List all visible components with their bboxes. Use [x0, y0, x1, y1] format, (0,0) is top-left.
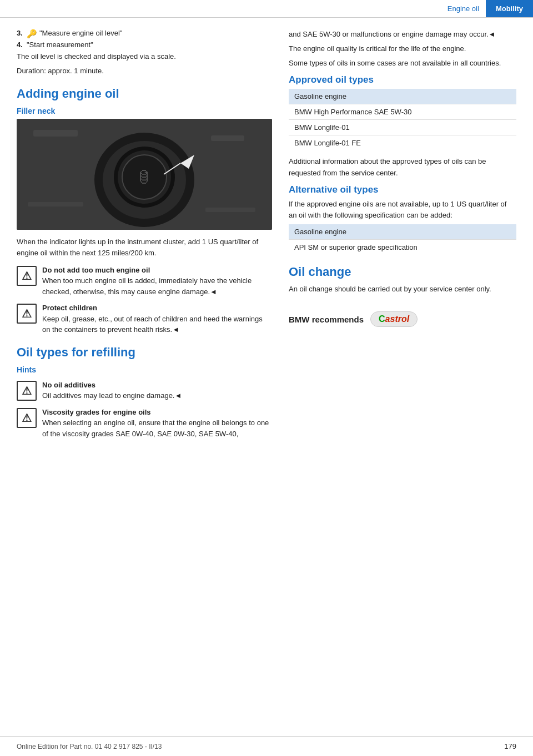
- approved-oil-table: Gasoline engine BMW High Performance SAE…: [289, 89, 516, 150]
- alternative-oil-table: Gasoline engine API SM or superior grade…: [289, 224, 516, 255]
- bmw-recommends-label: BMW recommends: [289, 315, 364, 324]
- step-4: 4. "Start measurement": [17, 41, 272, 49]
- right-column: and SAE 5W-30 or malfunctions or engine …: [289, 29, 516, 445]
- hints-label: Hints: [17, 365, 272, 374]
- header-engine-oil-label: Engine oil: [441, 4, 486, 13]
- measure-icon: 🔑: [27, 29, 37, 39]
- when-indicator-text: When the indicator lights up in the inst…: [17, 236, 272, 259]
- approved-table-header: Gasoline engine: [289, 89, 516, 104]
- svg-text:🛢: 🛢: [136, 169, 152, 186]
- filler-neck-label: Filler neck: [17, 107, 272, 115]
- approved-oil-3: BMW Longlife-01 FE: [289, 135, 516, 151]
- svg-rect-12: [205, 208, 255, 212]
- page-number: 179: [504, 742, 516, 750]
- approved-oil-2: BMW Longlife-01: [289, 120, 516, 135]
- alternative-oil-types-heading: Alternative oil types: [289, 184, 516, 195]
- intro-text-3: Some types of oils in some cases are not…: [289, 58, 516, 69]
- filler-neck-image: 🛢: [17, 119, 272, 230]
- adding-engine-oil-heading: Adding engine oil: [17, 87, 272, 101]
- left-column: 3. 🔑 "Measure engine oil level" 4. "Star…: [17, 29, 272, 445]
- step-3: 3. 🔑 "Measure engine oil level": [17, 29, 272, 39]
- hint-viscosity: ⚠ Viscosity grades for engine oils When …: [17, 407, 272, 440]
- step-note-2: Duration: approx. 1 minute.: [17, 65, 272, 77]
- approved-row-2: BMW Longlife-01: [289, 120, 516, 135]
- svg-rect-10: [211, 135, 244, 141]
- intro-text-2: The engine oil quality is critical for t…: [289, 43, 516, 54]
- approved-table-header-row: Gasoline engine: [289, 89, 516, 104]
- warning-icon-3: ⚠: [17, 381, 37, 401]
- approved-row-1: BMW High Performance SAE 5W-30: [289, 104, 516, 120]
- oil-change-text: An oil change should be carried out by y…: [289, 284, 516, 295]
- footer-text: Online Edition for Part no. 01 40 2 917 …: [17, 743, 162, 750]
- step-note-1: The oil level is checked and displayed v…: [17, 51, 272, 62]
- approved-oil-1: BMW High Performance SAE 5W-30: [289, 104, 516, 120]
- warning-icon-4: ⚠: [17, 408, 37, 428]
- page-header: Engine oil Mobility: [0, 0, 533, 18]
- alternative-oil-1: API SM or superior grade specification: [289, 239, 516, 255]
- approved-additional-text: Additional information about the approve…: [289, 156, 516, 178]
- oil-types-heading: Oil types for refilling: [17, 345, 272, 360]
- alternative-row-1: API SM or superior grade specification: [289, 239, 516, 255]
- warning-text-2: Protect children Keep oil, grease, etc.,…: [42, 303, 272, 335]
- intro-text-1: and SAE 5W-30 or malfunctions or engine …: [289, 29, 516, 40]
- svg-rect-11: [28, 202, 83, 206]
- bmw-recommends-section: BMW recommends Castrol: [289, 311, 516, 327]
- warning-protect-children: ⚠ Protect children Keep oil, grease, etc…: [17, 303, 272, 335]
- alternative-table-header-row: Gasoline engine: [289, 224, 516, 240]
- warning-icon-1: ⚠: [17, 266, 37, 286]
- warning-no-overfill: ⚠ Do not add too much engine oil When to…: [17, 265, 272, 298]
- hint-text-1: No oil additives Oil additives may lead …: [42, 380, 182, 401]
- hint-no-additives: ⚠ No oil additives Oil additives may lea…: [17, 380, 272, 401]
- warning-icon-2: ⚠: [17, 304, 37, 324]
- warning-text-1: Do not add too much engine oil When too …: [42, 265, 272, 298]
- svg-rect-9: [33, 130, 78, 137]
- header-mobility-label: Mobility: [486, 0, 533, 17]
- main-content: 3. 🔑 "Measure engine oil level" 4. "Star…: [0, 18, 533, 456]
- alternative-intro: If the approved engine oils are not avai…: [289, 199, 516, 221]
- approved-row-3: BMW Longlife-01 FE: [289, 135, 516, 151]
- oil-change-heading: Oil change: [289, 265, 516, 279]
- castrol-logo: Castrol: [370, 311, 418, 327]
- approved-oil-types-heading: Approved oil types: [289, 74, 516, 85]
- hint-text-2: Viscosity grades for engine oils When se…: [42, 407, 272, 440]
- alternative-table-header: Gasoline engine: [289, 224, 516, 240]
- page-footer: Online Edition for Part no. 01 40 2 917 …: [0, 736, 533, 756]
